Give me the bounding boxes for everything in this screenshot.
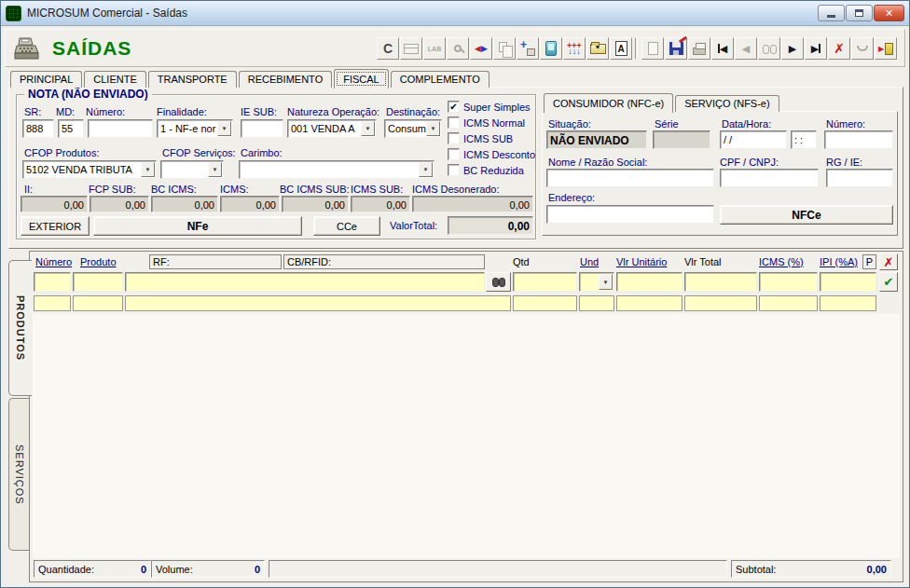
icms-sub-checkbox[interactable]: ICMS SUB: [448, 132, 513, 144]
numero-field[interactable]: [88, 119, 153, 138]
entry-qtd-cell[interactable]: [513, 272, 577, 292]
copy-button[interactable]: [493, 37, 516, 60]
grid-row-cell[interactable]: [579, 295, 614, 311]
md-field[interactable]: 55: [58, 119, 84, 138]
checkbox-icon[interactable]: [448, 116, 460, 129]
cpf-cnpj-field[interactable]: [720, 169, 819, 187]
entry-und-cell[interactable]: ▼: [579, 272, 614, 292]
exterior-button[interactable]: EXTERIOR: [21, 216, 90, 236]
search-product-button[interactable]: [486, 272, 511, 292]
tab-fiscal[interactable]: FISCAL: [334, 69, 389, 89]
exit-button[interactable]: ▶: [875, 37, 897, 60]
dropdown-arrow-icon[interactable]: ▼: [217, 121, 231, 136]
tab-transporte[interactable]: TRANSPORTE: [148, 71, 237, 88]
entry-ipi-cell[interactable]: [820, 272, 876, 292]
minimize-button[interactable]: [818, 5, 845, 21]
entry-cb-rfid-cell[interactable]: [125, 272, 485, 292]
lookup-button[interactable]: [447, 37, 469, 60]
save-button[interactable]: [665, 37, 687, 60]
grid-row-cell[interactable]: [513, 295, 577, 311]
lab-button[interactable]: LAB: [423, 37, 446, 60]
header-icms-link[interactable]: ICMS (%): [759, 256, 804, 267]
sr-field[interactable]: 888: [22, 119, 54, 138]
grid-row-cell[interactable]: [616, 295, 682, 311]
header-ipi-link[interactable]: IPI (%A): [820, 256, 858, 267]
confirm-row-button[interactable]: ✔: [879, 272, 898, 292]
rg-ie-field[interactable]: [826, 169, 893, 187]
tab-complemento[interactable]: COMPLEMENTO: [391, 71, 489, 88]
new-document-button[interactable]: [641, 37, 664, 60]
checkbox-icon[interactable]: [448, 148, 460, 160]
grid-row-cell[interactable]: [73, 295, 123, 311]
numero-nfce-field[interactable]: [824, 130, 893, 149]
grid-row-cell[interactable]: [34, 295, 71, 311]
header-produto-link[interactable]: Produto: [80, 256, 117, 267]
entry-vlr-total-cell[interactable]: [684, 272, 757, 292]
natureza-operacao-select[interactable]: 001 VENDA A ▼: [287, 119, 377, 138]
ie-sub-field[interactable]: [241, 119, 283, 138]
find-button[interactable]: [758, 37, 780, 60]
add-item-button[interactable]: +: [517, 37, 539, 60]
checkbox-icon[interactable]: [448, 164, 460, 176]
first-record-button[interactable]: ◀: [711, 37, 734, 60]
grid-row-cell[interactable]: [759, 295, 818, 311]
tab-cliente[interactable]: CLIENTE: [84, 71, 145, 88]
grid-row-cell[interactable]: [125, 295, 511, 311]
entry-numero-cell[interactable]: [34, 272, 71, 292]
checkbox-icon[interactable]: [448, 132, 460, 144]
cfop-produtos-select[interactable]: 5102 VENDA TRIBUTA ▼: [22, 160, 157, 179]
destinacao-select[interactable]: Consum ▼: [384, 119, 442, 138]
tab-principal[interactable]: PRINCIPAL: [10, 71, 82, 88]
folder-button[interactable]: *: [586, 37, 609, 60]
dropdown-arrow-icon[interactable]: ▼: [419, 162, 433, 177]
device-button[interactable]: [540, 37, 562, 60]
restore-button[interactable]: [846, 5, 873, 21]
delete-button[interactable]: ✗: [828, 37, 850, 60]
endereco-field[interactable]: [546, 205, 714, 224]
side-tab-produtos[interactable]: PRODUTOS: [8, 260, 32, 396]
dropdown-arrow-icon[interactable]: ▼: [599, 274, 613, 290]
nome-razao-field[interactable]: [546, 169, 714, 187]
carimbo-select[interactable]: ▼: [239, 160, 434, 179]
remove-row-button[interactable]: ✗: [879, 253, 898, 270]
side-tab-servicos[interactable]: SERVIÇOS: [8, 398, 30, 551]
super-simples-checkbox[interactable]: ✔ Super Simples: [448, 101, 531, 113]
clone-button[interactable]: C: [377, 37, 399, 60]
header-numero-link[interactable]: Número: [35, 256, 72, 267]
entry-vlr-unitario-cell[interactable]: [616, 272, 682, 292]
previous-record-button[interactable]: ◀: [735, 37, 757, 60]
grid-body[interactable]: [33, 314, 900, 558]
dropdown-arrow-icon[interactable]: ▼: [361, 121, 375, 136]
nfce-button[interactable]: NFCe: [720, 205, 893, 225]
import-button[interactable]: +++↓↓↓: [563, 37, 586, 60]
nfe-button[interactable]: NFe: [93, 216, 302, 236]
dropdown-arrow-icon[interactable]: ▼: [426, 121, 440, 136]
data-field[interactable]: / /: [720, 130, 787, 149]
last-record-button[interactable]: ▶: [805, 37, 827, 60]
dropdown-arrow-icon[interactable]: ▼: [141, 162, 155, 177]
grid-row-cell[interactable]: [684, 295, 757, 311]
cfop-servicos-select[interactable]: ▼: [160, 160, 224, 179]
header-vlr-unitario-link[interactable]: Vlr Unitário: [616, 256, 667, 267]
transfer-button[interactable]: ◀▶: [470, 37, 492, 60]
cce-button[interactable]: CCe: [313, 216, 380, 236]
icms-normal-checkbox[interactable]: ICMS Normal: [448, 116, 525, 129]
checkbox-icon[interactable]: ✔: [448, 101, 460, 113]
print-button[interactable]: [688, 37, 710, 60]
tab-recebimento[interactable]: RECEBIMENTO: [239, 71, 332, 88]
dropdown-arrow-icon[interactable]: ▼: [208, 162, 222, 177]
entry-produto-cell[interactable]: [73, 272, 123, 292]
tab-servico-nfse[interactable]: SERVIÇO (NFS-e): [675, 95, 779, 112]
bc-reduzida-checkbox[interactable]: BC Reduzida: [448, 164, 524, 176]
card-button[interactable]: [400, 37, 422, 60]
tab-consumidor-nfce[interactable]: CONSUMIDOR (NFC-e): [544, 93, 673, 113]
icms-desconto-checkbox[interactable]: ICMS Desconto: [448, 148, 535, 160]
entry-icms-cell[interactable]: [759, 272, 818, 292]
close-button[interactable]: ✕: [874, 5, 904, 21]
undo-button[interactable]: [851, 37, 874, 60]
finalidade-select[interactable]: 1 - NF-e nor ▼: [157, 119, 233, 138]
grid-row-cell[interactable]: [820, 295, 876, 311]
font-button[interactable]: A: [610, 37, 632, 60]
hora-field[interactable]: : :: [791, 130, 817, 149]
next-record-button[interactable]: ▶: [781, 37, 804, 60]
